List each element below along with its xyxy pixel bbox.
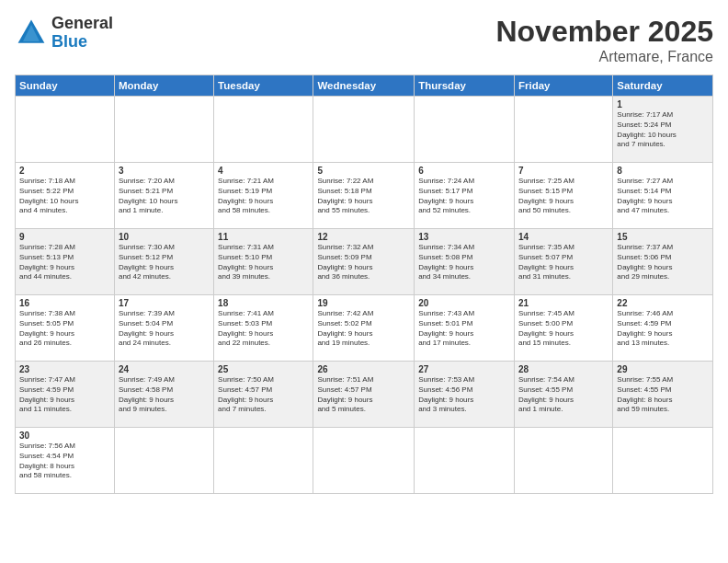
calendar-cell: 28Sunrise: 7:54 AM Sunset: 4:55 PM Dayli…: [514, 362, 612, 428]
calendar-cell: [514, 97, 612, 163]
calendar-cell: 12Sunrise: 7:32 AM Sunset: 5:09 PM Dayli…: [313, 229, 415, 295]
calendar-header-friday: Friday: [514, 75, 612, 97]
day-info: Sunrise: 7:21 AM Sunset: 5:19 PM Dayligh…: [218, 177, 309, 216]
title-block: November 2025 Artemare, France: [495, 15, 713, 65]
logo-general-text: General: [51, 15, 113, 33]
calendar-cell: 9Sunrise: 7:28 AM Sunset: 5:13 PM Daylig…: [16, 229, 115, 295]
day-info: Sunrise: 7:31 AM Sunset: 5:10 PM Dayligh…: [218, 243, 309, 282]
day-number: 30: [19, 431, 110, 441]
day-number: 24: [119, 364, 210, 374]
day-number: 23: [19, 364, 110, 374]
day-number: 13: [418, 232, 510, 242]
day-number: 26: [317, 364, 410, 374]
calendar-header-wednesday: Wednesday: [313, 75, 415, 97]
page: General Blue November 2025 Artemare, Fra…: [0, 0, 728, 563]
calendar-cell: [313, 428, 415, 494]
calendar-header-monday: Monday: [114, 75, 213, 97]
day-number: 17: [119, 298, 210, 308]
calendar-cell: [16, 97, 115, 163]
day-info: Sunrise: 7:53 AM Sunset: 4:56 PM Dayligh…: [418, 375, 510, 415]
day-info: Sunrise: 7:32 AM Sunset: 5:09 PM Dayligh…: [317, 243, 410, 282]
calendar-cell: 23Sunrise: 7:47 AM Sunset: 4:59 PM Dayli…: [16, 362, 115, 428]
calendar-cell: 20Sunrise: 7:43 AM Sunset: 5:01 PM Dayli…: [415, 295, 515, 362]
day-info: Sunrise: 7:45 AM Sunset: 5:00 PM Dayligh…: [518, 309, 609, 349]
calendar-cell: 22Sunrise: 7:46 AM Sunset: 4:59 PM Dayli…: [613, 295, 713, 362]
calendar-cell: 25Sunrise: 7:50 AM Sunset: 4:57 PM Dayli…: [214, 362, 313, 428]
calendar-cell: 17Sunrise: 7:39 AM Sunset: 5:04 PM Dayli…: [114, 295, 213, 362]
day-number: 21: [518, 298, 609, 308]
calendar-cell: 11Sunrise: 7:31 AM Sunset: 5:10 PM Dayli…: [214, 229, 313, 295]
calendar-week-row-4: 16Sunrise: 7:38 AM Sunset: 5:05 PM Dayli…: [16, 295, 713, 362]
calendar-cell: [415, 97, 515, 163]
logo-icon: [15, 17, 48, 50]
calendar-cell: [613, 428, 713, 494]
day-info: Sunrise: 7:39 AM Sunset: 5:04 PM Dayligh…: [119, 309, 210, 349]
calendar-cell: [313, 97, 415, 163]
calendar-week-row-2: 2Sunrise: 7:18 AM Sunset: 5:22 PM Daylig…: [16, 163, 713, 229]
day-info: Sunrise: 7:30 AM Sunset: 5:12 PM Dayligh…: [119, 243, 210, 282]
day-info: Sunrise: 7:22 AM Sunset: 5:18 PM Dayligh…: [317, 177, 410, 216]
day-number: 1: [617, 99, 709, 109]
calendar-cell: 18Sunrise: 7:41 AM Sunset: 5:03 PM Dayli…: [214, 295, 313, 362]
day-info: Sunrise: 7:46 AM Sunset: 4:59 PM Dayligh…: [617, 309, 709, 349]
calendar-cell: 16Sunrise: 7:38 AM Sunset: 5:05 PM Dayli…: [16, 295, 115, 362]
logo: General Blue: [15, 15, 113, 52]
calendar-cell: 8Sunrise: 7:27 AM Sunset: 5:14 PM Daylig…: [613, 163, 713, 229]
day-info: Sunrise: 7:24 AM Sunset: 5:17 PM Dayligh…: [418, 177, 510, 216]
header: General Blue November 2025 Artemare, Fra…: [15, 15, 713, 65]
day-number: 3: [119, 166, 210, 176]
day-info: Sunrise: 7:34 AM Sunset: 5:08 PM Dayligh…: [418, 243, 510, 282]
day-info: Sunrise: 7:37 AM Sunset: 5:06 PM Dayligh…: [617, 243, 709, 282]
day-info: Sunrise: 7:55 AM Sunset: 4:55 PM Dayligh…: [617, 375, 709, 415]
calendar-cell: 27Sunrise: 7:53 AM Sunset: 4:56 PM Dayli…: [415, 362, 515, 428]
day-info: Sunrise: 7:43 AM Sunset: 5:01 PM Dayligh…: [418, 309, 510, 349]
calendar-cell: 7Sunrise: 7:25 AM Sunset: 5:15 PM Daylig…: [514, 163, 612, 229]
day-info: Sunrise: 7:54 AM Sunset: 4:55 PM Dayligh…: [518, 375, 609, 415]
calendar-header-sunday: Sunday: [16, 75, 115, 97]
calendar-cell: 13Sunrise: 7:34 AM Sunset: 5:08 PM Dayli…: [415, 229, 515, 295]
day-info: Sunrise: 7:49 AM Sunset: 4:58 PM Dayligh…: [119, 375, 210, 415]
day-number: 11: [218, 232, 309, 242]
day-info: Sunrise: 7:42 AM Sunset: 5:02 PM Dayligh…: [317, 309, 410, 349]
day-number: 16: [19, 298, 110, 308]
day-number: 27: [418, 364, 510, 374]
day-number: 18: [218, 298, 309, 308]
day-number: 4: [218, 166, 309, 176]
calendar-cell: 14Sunrise: 7:35 AM Sunset: 5:07 PM Dayli…: [514, 229, 612, 295]
day-number: 5: [317, 166, 410, 176]
day-info: Sunrise: 7:27 AM Sunset: 5:14 PM Dayligh…: [617, 177, 709, 216]
calendar-cell: [214, 97, 313, 163]
calendar-week-row-3: 9Sunrise: 7:28 AM Sunset: 5:13 PM Daylig…: [16, 229, 713, 295]
day-info: Sunrise: 7:25 AM Sunset: 5:15 PM Dayligh…: [518, 177, 609, 216]
day-number: 28: [518, 364, 609, 374]
calendar-cell: [114, 97, 213, 163]
day-info: Sunrise: 7:28 AM Sunset: 5:13 PM Dayligh…: [19, 243, 110, 282]
calendar-cell: 29Sunrise: 7:55 AM Sunset: 4:55 PM Dayli…: [613, 362, 713, 428]
calendar-header-row: SundayMondayTuesdayWednesdayThursdayFrid…: [16, 75, 713, 97]
calendar-cell: 26Sunrise: 7:51 AM Sunset: 4:57 PM Dayli…: [313, 362, 415, 428]
day-info: Sunrise: 7:50 AM Sunset: 4:57 PM Dayligh…: [218, 375, 309, 415]
calendar-cell: 1Sunrise: 7:17 AM Sunset: 5:24 PM Daylig…: [613, 97, 713, 163]
day-info: Sunrise: 7:38 AM Sunset: 5:05 PM Dayligh…: [19, 309, 110, 349]
day-info: Sunrise: 7:17 AM Sunset: 5:24 PM Dayligh…: [617, 110, 709, 150]
calendar-cell: [114, 428, 213, 494]
calendar-cell: 21Sunrise: 7:45 AM Sunset: 5:00 PM Dayli…: [514, 295, 612, 362]
day-number: 22: [617, 298, 709, 308]
calendar-cell: 19Sunrise: 7:42 AM Sunset: 5:02 PM Dayli…: [313, 295, 415, 362]
calendar-cell: 24Sunrise: 7:49 AM Sunset: 4:58 PM Dayli…: [114, 362, 213, 428]
calendar-table: SundayMondayTuesdayWednesdayThursdayFrid…: [15, 75, 713, 494]
calendar-cell: [514, 428, 612, 494]
calendar-cell: 15Sunrise: 7:37 AM Sunset: 5:06 PM Dayli…: [613, 229, 713, 295]
calendar-week-row-5: 23Sunrise: 7:47 AM Sunset: 4:59 PM Dayli…: [16, 362, 713, 428]
calendar-cell: 30Sunrise: 7:56 AM Sunset: 4:54 PM Dayli…: [16, 428, 115, 494]
calendar-cell: 5Sunrise: 7:22 AM Sunset: 5:18 PM Daylig…: [313, 163, 415, 229]
logo-blue-text: Blue: [51, 33, 113, 52]
calendar-header-thursday: Thursday: [415, 75, 515, 97]
day-info: Sunrise: 7:20 AM Sunset: 5:21 PM Dayligh…: [119, 177, 210, 216]
day-number: 15: [617, 232, 709, 242]
day-info: Sunrise: 7:18 AM Sunset: 5:22 PM Dayligh…: [19, 177, 110, 216]
calendar-cell: [415, 428, 515, 494]
day-number: 7: [518, 166, 609, 176]
calendar-header-saturday: Saturday: [613, 75, 713, 97]
calendar-cell: 4Sunrise: 7:21 AM Sunset: 5:19 PM Daylig…: [214, 163, 313, 229]
